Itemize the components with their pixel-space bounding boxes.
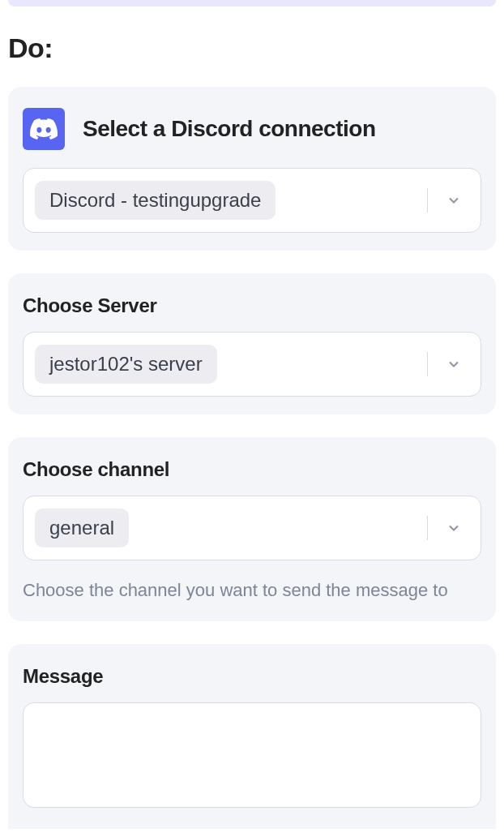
- chevron-down-icon: [446, 356, 462, 372]
- server-select[interactable]: jestor102's server: [23, 332, 481, 397]
- server-label: Choose Server: [23, 294, 481, 317]
- discord-icon: [23, 108, 65, 150]
- previous-card-stub: [8, 0, 496, 6]
- connection-dropdown-toggle[interactable]: [427, 169, 481, 232]
- message-card: Message: [8, 644, 496, 829]
- server-card: Choose Server jestor102's server: [8, 273, 496, 414]
- connection-card: Select a Discord connection Discord - te…: [8, 87, 496, 251]
- server-dropdown-toggle[interactable]: [427, 333, 481, 396]
- connection-header: Select a Discord connection: [23, 108, 481, 150]
- channel-value: general: [35, 509, 129, 547]
- chevron-down-icon: [446, 520, 462, 536]
- channel-helper-text: Choose the channel you want to send the …: [23, 577, 481, 603]
- message-label: Message: [23, 665, 481, 688]
- do-heading: Do:: [8, 32, 504, 64]
- channel-label: Choose channel: [23, 458, 481, 481]
- message-input[interactable]: [23, 702, 481, 808]
- chevron-down-icon: [446, 192, 462, 208]
- channel-dropdown-toggle[interactable]: [427, 496, 481, 560]
- channel-card: Choose channel general Choose the channe…: [8, 437, 496, 621]
- connection-title: Select a Discord connection: [83, 116, 376, 142]
- connection-select[interactable]: Discord - testingupgrade: [23, 168, 481, 233]
- connection-value: Discord - testingupgrade: [35, 181, 275, 220]
- channel-select[interactable]: general: [23, 496, 481, 560]
- server-value: jestor102's server: [35, 345, 217, 384]
